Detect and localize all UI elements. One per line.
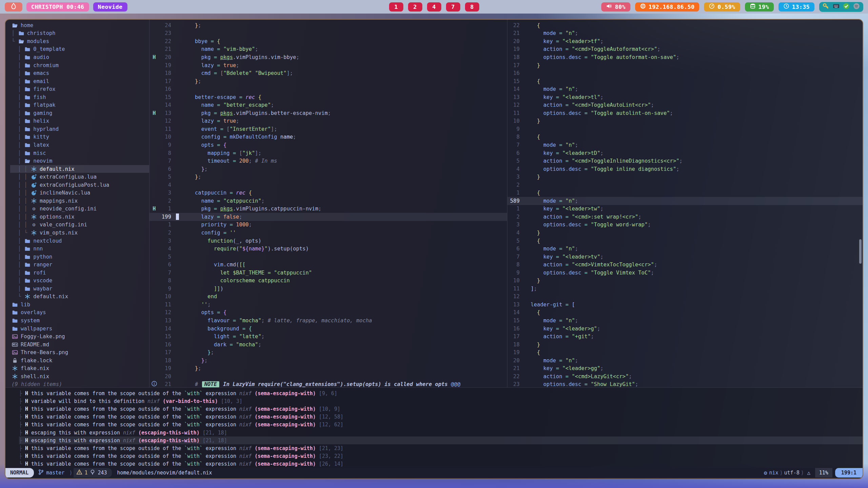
tree-row[interactable]: (9 hidden items) [10, 381, 149, 387]
tree-row[interactable]: │ rofi [10, 269, 149, 277]
clock-pill[interactable]: 13:35 [779, 2, 814, 12]
tree-row[interactable]: │ │ default.nix [10, 165, 149, 173]
tree-row[interactable]: │ waybar [10, 285, 149, 293]
tree-row[interactable]: Three-Bears.png [10, 348, 149, 357]
diagnostic-row[interactable]: ├Hescaping this with expressionnixf(esca… [19, 436, 863, 444]
tree-row[interactable]: │ flatpak [10, 101, 149, 109]
user-clock-label: CHRISTOPH 00:46 [31, 4, 84, 10]
tree-guide: │ │ [12, 182, 31, 188]
disk-usage-pill[interactable]: 19% [745, 2, 774, 12]
nix-icon [31, 230, 37, 236]
code-text: vim.cmd([[ [176, 262, 507, 268]
workspace-button[interactable]: 8 [465, 2, 479, 12]
tree-row[interactable]: │ │ inclineNavic.lua [10, 189, 149, 197]
code-pane-right[interactable]: 22 {21 mode = "n";20 key = "<leader>tf";… [507, 20, 863, 387]
tree-row[interactable]: │ 0_template [10, 45, 149, 54]
tree-row[interactable]: │ kitty [10, 133, 149, 141]
tree-row[interactable]: │ nextcloud [10, 237, 149, 245]
line-number: 13 [507, 302, 524, 308]
volume-pill[interactable]: 80% [601, 2, 630, 12]
code-line: 18 } [507, 341, 863, 349]
tree-row[interactable]: README.md [10, 341, 149, 349]
system-tray[interactable] [819, 2, 863, 12]
line-number: 11 [159, 302, 176, 308]
tree-row[interactable]: │ │ mappings.nix [10, 197, 149, 205]
diagnostic-row[interactable]: ├Hvariable will bind to this definitionn… [19, 397, 863, 405]
code-pane-left[interactable]: 24 };2322 bbye = {21 name = "vim-bbye";H… [149, 20, 507, 387]
tree-row[interactable]: │ │ ⚙neovide_config.ini [10, 205, 149, 213]
tree-row[interactable]: │ misc [10, 149, 149, 157]
diagnostic-row[interactable]: ├Hthis variable comes from the scope out… [19, 452, 863, 460]
tree-row[interactable]: │ emacs [10, 69, 149, 77]
tree-row[interactable]: flake.lock [10, 357, 149, 365]
keyboard-icon[interactable] [833, 3, 840, 11]
diagnostic-row[interactable]: ├Hthis variable comes from the scope out… [19, 389, 863, 397]
tree-row[interactable]: └ default.nix [10, 293, 149, 301]
diagnostic-code: (escaping-this-with) [138, 438, 200, 444]
git-branch[interactable]: master [38, 469, 64, 476]
user-clock-pill[interactable]: CHRISTOPH 00:46 [26, 2, 89, 12]
tree-row[interactable]: │ audio [10, 53, 149, 61]
line-number: 1 [507, 190, 524, 196]
code-text: action = "<cmd>ToggleAutoformat<cr>"; [524, 46, 863, 52]
tree-dir-label: email [33, 78, 49, 84]
active-window-pill[interactable]: Neovide [93, 2, 127, 12]
tree-connector: ├ [19, 422, 25, 428]
tree-row[interactable]: │ firefox [10, 85, 149, 93]
tree-file-label: README.md [21, 342, 49, 348]
key-icon[interactable] [823, 3, 829, 11]
tree-row[interactable]: home [10, 21, 149, 29]
spotify-icon[interactable] [853, 3, 860, 11]
tree-row[interactable]: │ email [10, 77, 149, 85]
workspace-button[interactable]: 1 [389, 2, 403, 12]
tree-row[interactable]: shell.nix [10, 372, 149, 381]
tree-row[interactable]: │ ranger [10, 261, 149, 269]
line-number: 17 [507, 62, 524, 68]
tree-row[interactable]: wallpapers [10, 325, 149, 333]
tree-row[interactable]: │ fish [10, 93, 149, 101]
tree-row[interactable]: │ │ ⚙vale_config.ini [10, 221, 149, 229]
diagnostic-row[interactable]: └Hthis variable comes from the scope out… [19, 460, 863, 468]
tree-row[interactable]: │ nnn [10, 245, 149, 253]
tree-row[interactable]: │ └ vim_opts.nix [10, 229, 149, 237]
nix-icon [31, 166, 37, 172]
tree-row[interactable]: system [10, 317, 149, 325]
file-tree[interactable]: home│ christoph└ modules │ 0_template │ … [5, 20, 149, 387]
workspace-button[interactable]: 2 [408, 2, 422, 12]
diagnostic-row[interactable]: ├Hthis variable comes from the scope out… [19, 405, 863, 413]
tree-row[interactable]: │ helix [10, 117, 149, 125]
folder-icon [24, 46, 31, 52]
diagnostics-panel[interactable]: ├Hthis variable comes from the scope out… [5, 387, 863, 468]
tree-row[interactable]: │ latex [10, 141, 149, 149]
tree-row[interactable]: │ chromium [10, 61, 149, 69]
tree-row[interactable]: flake.nix [10, 365, 149, 373]
tree-row[interactable]: overlays [10, 309, 149, 317]
network-ip-pill[interactable]: 192.168.86.50 [635, 2, 700, 12]
tree-row[interactable]: └ modules [10, 37, 149, 45]
diagnostic-row[interactable]: ├Hthis variable comes from the scope out… [19, 421, 863, 429]
markdown-icon [12, 342, 18, 348]
tree-row[interactable]: │ christoph [10, 29, 149, 38]
launcher-button[interactable] [5, 2, 22, 12]
tree-row[interactable]: lib [10, 301, 149, 309]
scrollbar-thumb[interactable] [859, 239, 862, 264]
tree-row[interactable]: Foggy-Lake.png [10, 332, 149, 341]
tree-row[interactable]: │ python [10, 253, 149, 261]
diagnostic-code: (escaping-this-with) [138, 430, 200, 436]
diagnostic-row[interactable]: ├Hescaping this with expressionnixf(esca… [19, 429, 863, 436]
line-number: 13 [159, 110, 176, 116]
git-hunk-sign: H [149, 206, 159, 212]
tree-row[interactable]: │ hyprland [10, 125, 149, 133]
workspace-button[interactable]: 7 [446, 2, 460, 12]
tree-row[interactable]: │ neovim [10, 157, 149, 165]
diagnostic-row[interactable]: ├Hthis variable comes from the scope out… [19, 413, 863, 421]
workspace-button[interactable]: 4 [427, 2, 441, 12]
tree-row[interactable]: │ gaming [10, 109, 149, 117]
check-icon[interactable] [843, 3, 850, 11]
tree-row[interactable]: │ │ extraConfigLua.lua [10, 173, 149, 181]
cpu-load-pill[interactable]: 0.59% [704, 2, 740, 12]
tree-row[interactable]: │ │ options.nix [10, 213, 149, 221]
tree-row[interactable]: │ vscode [10, 277, 149, 285]
tree-row[interactable]: │ │ extraConfigLuaPost.lua [10, 181, 149, 189]
diagnostic-row[interactable]: ├Hthis variable comes from the scope out… [19, 444, 863, 452]
